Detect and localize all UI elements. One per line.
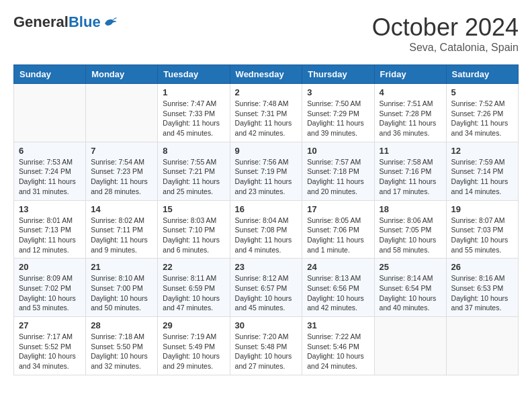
day-info: Sunrise: 7:22 AM Sunset: 5:46 PM Dayligh… bbox=[307, 332, 369, 371]
calendar-cell: 7Sunrise: 7:54 AM Sunset: 7:23 PM Daylig… bbox=[86, 142, 158, 200]
day-info: Sunrise: 7:19 AM Sunset: 5:49 PM Dayligh… bbox=[163, 332, 224, 371]
day-number: 3 bbox=[307, 87, 369, 97]
calendar-cell: 4Sunrise: 7:51 AM Sunset: 7:28 PM Daylig… bbox=[374, 84, 446, 142]
day-info: Sunrise: 7:54 AM Sunset: 7:23 PM Dayligh… bbox=[91, 157, 152, 197]
column-header-saturday: Saturday bbox=[446, 65, 518, 84]
day-number: 22 bbox=[163, 262, 224, 272]
day-number: 19 bbox=[451, 204, 513, 214]
calendar-cell: 29Sunrise: 7:19 AM Sunset: 5:49 PM Dayli… bbox=[158, 317, 230, 375]
logo-bird-icon bbox=[102, 15, 118, 29]
day-info: Sunrise: 8:01 AM Sunset: 7:13 PM Dayligh… bbox=[19, 216, 81, 255]
calendar-cell: 31Sunrise: 7:22 AM Sunset: 5:46 PM Dayli… bbox=[302, 317, 374, 375]
calendar-week-row: 27Sunrise: 7:17 AM Sunset: 5:52 PM Dayli… bbox=[14, 317, 519, 375]
calendar-cell: 3Sunrise: 7:50 AM Sunset: 7:29 PM Daylig… bbox=[302, 84, 374, 142]
calendar-cell: 10Sunrise: 7:57 AM Sunset: 7:18 PM Dayli… bbox=[302, 142, 374, 200]
day-info: Sunrise: 7:48 AM Sunset: 7:31 PM Dayligh… bbox=[235, 99, 298, 138]
day-info: Sunrise: 8:16 AM Sunset: 6:53 PM Dayligh… bbox=[451, 273, 513, 313]
day-info: Sunrise: 8:04 AM Sunset: 7:08 PM Dayligh… bbox=[235, 216, 298, 255]
day-info: Sunrise: 7:58 AM Sunset: 7:16 PM Dayligh… bbox=[380, 157, 441, 197]
day-info: Sunrise: 7:52 AM Sunset: 7:26 PM Dayligh… bbox=[451, 99, 513, 138]
day-info: Sunrise: 7:56 AM Sunset: 7:19 PM Dayligh… bbox=[235, 157, 298, 197]
calendar-week-row: 1Sunrise: 7:47 AM Sunset: 7:33 PM Daylig… bbox=[14, 84, 519, 142]
page-header: GeneralBlue October 2024 Seva, Catalonia… bbox=[13, 13, 519, 54]
day-info: Sunrise: 8:02 AM Sunset: 7:11 PM Dayligh… bbox=[91, 216, 152, 255]
day-number: 28 bbox=[91, 320, 152, 330]
day-number: 18 bbox=[380, 204, 441, 214]
calendar-cell: 26Sunrise: 8:16 AM Sunset: 6:53 PM Dayli… bbox=[446, 259, 518, 317]
day-info: Sunrise: 8:14 AM Sunset: 6:54 PM Dayligh… bbox=[380, 273, 441, 313]
column-header-tuesday: Tuesday bbox=[158, 65, 230, 84]
calendar-cell: 22Sunrise: 8:11 AM Sunset: 6:59 PM Dayli… bbox=[158, 259, 230, 317]
day-info: Sunrise: 8:10 AM Sunset: 7:00 PM Dayligh… bbox=[91, 273, 152, 313]
day-info: Sunrise: 7:50 AM Sunset: 7:29 PM Dayligh… bbox=[307, 99, 369, 138]
day-info: Sunrise: 7:57 AM Sunset: 7:18 PM Dayligh… bbox=[307, 157, 369, 197]
calendar-table: SundayMondayTuesdayWednesdayThursdayFrid… bbox=[13, 64, 519, 375]
calendar-header-row: SundayMondayTuesdayWednesdayThursdayFrid… bbox=[14, 65, 519, 84]
day-number: 20 bbox=[19, 262, 81, 272]
day-info: Sunrise: 7:47 AM Sunset: 7:33 PM Dayligh… bbox=[163, 99, 224, 138]
location-subtitle: Seva, Catalonia, Spain bbox=[372, 42, 519, 54]
day-number: 6 bbox=[19, 146, 81, 156]
column-header-wednesday: Wednesday bbox=[230, 65, 302, 84]
logo-general: General bbox=[13, 13, 69, 31]
calendar-week-row: 6Sunrise: 7:53 AM Sunset: 7:24 PM Daylig… bbox=[14, 142, 519, 200]
day-info: Sunrise: 8:07 AM Sunset: 7:03 PM Dayligh… bbox=[451, 216, 513, 255]
calendar-cell: 5Sunrise: 7:52 AM Sunset: 7:26 PM Daylig… bbox=[446, 84, 518, 142]
day-number: 9 bbox=[235, 146, 298, 156]
day-number: 2 bbox=[235, 87, 298, 97]
day-number: 5 bbox=[451, 87, 513, 97]
calendar-cell: 25Sunrise: 8:14 AM Sunset: 6:54 PM Dayli… bbox=[374, 259, 446, 317]
day-number: 14 bbox=[91, 204, 152, 214]
day-number: 11 bbox=[380, 146, 441, 156]
day-number: 13 bbox=[19, 204, 81, 214]
day-number: 23 bbox=[235, 262, 298, 272]
day-number: 4 bbox=[380, 87, 441, 97]
day-number: 7 bbox=[91, 146, 152, 156]
day-info: Sunrise: 8:09 AM Sunset: 7:02 PM Dayligh… bbox=[19, 273, 81, 313]
calendar-cell: 13Sunrise: 8:01 AM Sunset: 7:13 PM Dayli… bbox=[14, 200, 86, 259]
day-info: Sunrise: 7:55 AM Sunset: 7:21 PM Dayligh… bbox=[163, 157, 224, 197]
column-header-monday: Monday bbox=[86, 65, 158, 84]
calendar-cell: 8Sunrise: 7:55 AM Sunset: 7:21 PM Daylig… bbox=[158, 142, 230, 200]
day-number: 16 bbox=[235, 204, 298, 214]
day-number: 8 bbox=[163, 146, 224, 156]
calendar-cell bbox=[446, 317, 518, 375]
calendar-cell: 12Sunrise: 7:59 AM Sunset: 7:14 PM Dayli… bbox=[446, 142, 518, 200]
day-number: 15 bbox=[163, 204, 224, 214]
day-info: Sunrise: 8:11 AM Sunset: 6:59 PM Dayligh… bbox=[163, 273, 224, 313]
day-number: 10 bbox=[307, 146, 369, 156]
calendar-cell: 18Sunrise: 8:06 AM Sunset: 7:05 PM Dayli… bbox=[374, 200, 446, 259]
calendar-cell: 19Sunrise: 8:07 AM Sunset: 7:03 PM Dayli… bbox=[446, 200, 518, 259]
calendar-cell: 11Sunrise: 7:58 AM Sunset: 7:16 PM Dayli… bbox=[374, 142, 446, 200]
day-info: Sunrise: 8:06 AM Sunset: 7:05 PM Dayligh… bbox=[380, 216, 441, 255]
column-header-sunday: Sunday bbox=[14, 65, 86, 84]
day-info: Sunrise: 8:05 AM Sunset: 7:06 PM Dayligh… bbox=[307, 216, 369, 255]
day-number: 24 bbox=[307, 262, 369, 272]
calendar-cell: 28Sunrise: 7:18 AM Sunset: 5:50 PM Dayli… bbox=[86, 317, 158, 375]
day-number: 1 bbox=[163, 87, 224, 97]
calendar-cell: 20Sunrise: 8:09 AM Sunset: 7:02 PM Dayli… bbox=[14, 259, 86, 317]
calendar-cell: 6Sunrise: 7:53 AM Sunset: 7:24 PM Daylig… bbox=[14, 142, 86, 200]
calendar-cell: 16Sunrise: 8:04 AM Sunset: 7:08 PM Dayli… bbox=[230, 200, 302, 259]
calendar-cell: 27Sunrise: 7:17 AM Sunset: 5:52 PM Dayli… bbox=[14, 317, 86, 375]
day-info: Sunrise: 7:53 AM Sunset: 7:24 PM Dayligh… bbox=[19, 157, 81, 197]
month-title: October 2024 bbox=[372, 13, 519, 42]
calendar-cell bbox=[374, 317, 446, 375]
calendar-cell: 9Sunrise: 7:56 AM Sunset: 7:19 PM Daylig… bbox=[230, 142, 302, 200]
logo: GeneralBlue bbox=[13, 13, 118, 31]
day-number: 21 bbox=[91, 262, 152, 272]
logo-blue: Blue bbox=[69, 13, 101, 31]
day-info: Sunrise: 7:59 AM Sunset: 7:14 PM Dayligh… bbox=[451, 157, 513, 197]
calendar-cell: 17Sunrise: 8:05 AM Sunset: 7:06 PM Dayli… bbox=[302, 200, 374, 259]
calendar-cell bbox=[86, 84, 158, 142]
day-number: 27 bbox=[19, 320, 81, 330]
day-info: Sunrise: 8:13 AM Sunset: 6:56 PM Dayligh… bbox=[307, 273, 369, 313]
column-header-friday: Friday bbox=[374, 65, 446, 84]
column-header-thursday: Thursday bbox=[302, 65, 374, 84]
calendar-week-row: 20Sunrise: 8:09 AM Sunset: 7:02 PM Dayli… bbox=[14, 259, 519, 317]
day-info: Sunrise: 7:20 AM Sunset: 5:48 PM Dayligh… bbox=[235, 332, 298, 371]
day-number: 12 bbox=[451, 146, 513, 156]
day-number: 17 bbox=[307, 204, 369, 214]
calendar-cell: 30Sunrise: 7:20 AM Sunset: 5:48 PM Dayli… bbox=[230, 317, 302, 375]
calendar-cell bbox=[14, 84, 86, 142]
